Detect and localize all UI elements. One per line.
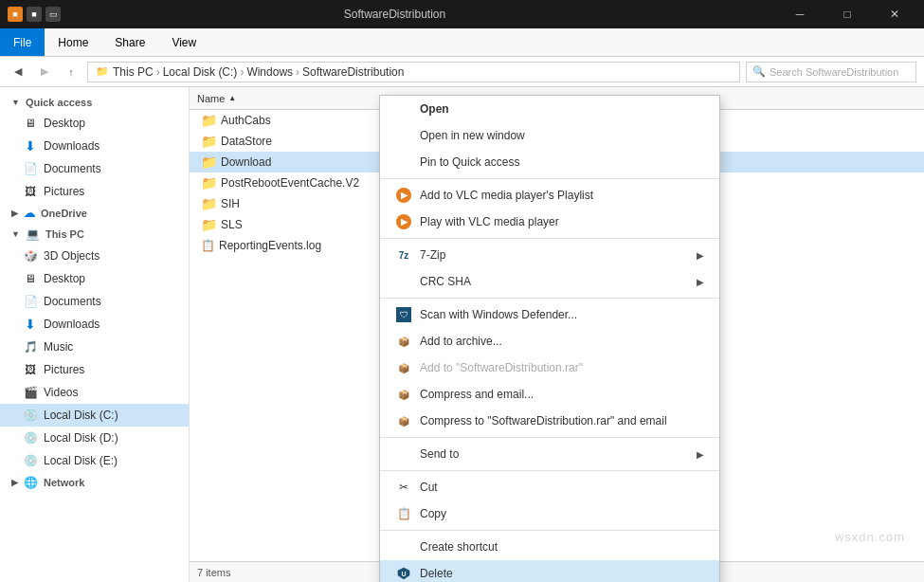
tab-view[interactable]: View xyxy=(158,28,209,56)
ctx-item-send-to[interactable]: Send to ▶ xyxy=(380,441,719,467)
sidebar-item-label: Videos xyxy=(44,386,78,399)
sidebar-this-pc[interactable]: ▼ 💻 This PC xyxy=(0,224,189,245)
ctx-item-create-shortcut[interactable]: Create shortcut xyxy=(380,534,719,560)
up-button[interactable]: ↑ xyxy=(61,62,82,82)
sidebar-item-label: Pictures xyxy=(44,363,84,376)
ctx-item-7zip[interactable]: 7z 7-Zip ▶ xyxy=(380,242,719,268)
ctx-item-pin-quick[interactable]: Pin to Quick access xyxy=(380,149,719,175)
open-icon xyxy=(395,100,412,118)
breadcrumb-this-pc[interactable]: This PC xyxy=(113,65,154,79)
address-bar: ◀ ▶ ↑ 📁 This PC › Local Disk (C:) › Wind… xyxy=(0,57,924,87)
ctx-item-open[interactable]: Open xyxy=(380,96,719,122)
drive-c-icon: 💿 xyxy=(23,408,38,423)
file-area: Name ▲ Date modified Type Size 📁 AuthCab… xyxy=(190,87,924,582)
ctx-label: CRC SHA xyxy=(420,275,471,288)
videos-icon: 🎬 xyxy=(23,385,38,400)
add-rar-icon: 📦 xyxy=(395,359,412,376)
cut-icon: ✂ xyxy=(395,479,412,496)
chevron-down-icon: ▼ xyxy=(11,229,20,239)
sidebar-item-label: Documents xyxy=(44,295,101,308)
ctx-label: Add to archive... xyxy=(420,335,502,348)
forward-button[interactable]: ▶ xyxy=(34,62,55,82)
downloads-icon: ⬇ xyxy=(23,138,38,154)
sidebar-item-label: Downloads xyxy=(44,318,100,331)
tab-file[interactable]: File xyxy=(0,28,45,56)
ctx-item-add-archive[interactable]: 📦 Add to archive... xyxy=(380,328,719,355)
breadcrumb-softdist[interactable]: SoftwareDistribution xyxy=(302,65,404,79)
sidebar-item-label: Pictures xyxy=(44,185,84,198)
sidebar-item-downloads2[interactable]: ⬇ Downloads xyxy=(0,313,189,336)
ctx-label: Compress to "SoftwareDistribution.rar" a… xyxy=(420,414,667,427)
sidebar-item-local-c[interactable]: 💿 Local Disk (C:) xyxy=(0,404,189,427)
ctx-label: Compress and email... xyxy=(420,388,534,401)
status-text: 7 items xyxy=(197,567,230,578)
3d-icon: 🎲 xyxy=(23,248,38,264)
watermark: wsxdn.com xyxy=(835,530,905,544)
ctx-label: Cut xyxy=(420,481,438,494)
ctx-item-compress-email[interactable]: 📦 Compress and email... xyxy=(380,381,719,408)
sidebar-item-music[interactable]: 🎵 Music xyxy=(0,336,189,358)
sidebar-item-videos[interactable]: 🎬 Videos xyxy=(0,381,189,404)
file-name: PostRebootEventCache.V2 xyxy=(221,176,359,190)
ctx-item-copy[interactable]: 📋 Copy xyxy=(380,500,719,527)
sidebar-item-pictures2[interactable]: 🖼 Pictures xyxy=(0,358,189,381)
file-name: Download xyxy=(221,155,271,169)
sidebar-item-label: Desktop xyxy=(44,272,85,285)
sidebar-item-label: OneDrive xyxy=(41,208,87,219)
send-to-icon xyxy=(395,446,412,463)
minimize-button[interactable]: ─ xyxy=(778,0,822,28)
breadcrumb-sep-3: › xyxy=(296,65,299,79)
ctx-item-vlc-playlist[interactable]: ▶ Add to VLC media player's Playlist xyxy=(380,182,719,209)
pictures-icon: 🖼 xyxy=(23,184,38,199)
sidebar-item-label: Local Disk (D:) xyxy=(44,431,118,445)
sidebar-item-documents2[interactable]: 📄 Documents xyxy=(0,290,189,313)
folder-icon: 📁 xyxy=(201,113,217,128)
maximize-button[interactable]: □ xyxy=(825,0,869,28)
sort-arrow: ▲ xyxy=(228,94,236,102)
ctx-item-open-new-window[interactable]: Open in new window xyxy=(380,122,719,149)
ctx-item-scan-defender[interactable]: 🛡 Scan with Windows Defender... xyxy=(380,301,719,328)
file-name: SLS xyxy=(221,218,243,231)
folder-icon: 📁 xyxy=(201,217,217,232)
search-box[interactable]: 🔍 Search SoftwareDistribution xyxy=(746,62,916,82)
delete-shield-icon: U xyxy=(395,565,412,582)
shortcut-icon xyxy=(395,538,412,555)
col-name-label: Name xyxy=(197,93,225,104)
documents-icon: 📄 xyxy=(23,161,38,176)
title-text: SoftwareDistribution xyxy=(11,8,778,21)
sidebar-item-desktop2[interactable]: 🖥 Desktop xyxy=(0,267,189,290)
sidebar-item-downloads[interactable]: ⬇ Downloads xyxy=(0,135,189,157)
ctx-item-compress-rar-email[interactable]: 📦 Compress to "SoftwareDistribution.rar"… xyxy=(380,408,719,434)
back-button[interactable]: ◀ xyxy=(8,62,28,82)
sidebar-item-pictures[interactable]: 🖼 Pictures xyxy=(0,180,189,203)
context-menu: Open Open in new window Pin to Quick acc… xyxy=(379,95,720,582)
breadcrumb-sep-2: › xyxy=(240,65,244,79)
ctx-separator-4 xyxy=(380,437,719,438)
defender-scan-icon: 🛡 xyxy=(395,306,412,323)
ctx-item-crc-sha[interactable]: CRC SHA ▶ xyxy=(380,268,719,295)
sidebar-item-desktop[interactable]: 🖥 Desktop xyxy=(0,112,189,135)
close-button[interactable]: ✕ xyxy=(873,0,916,28)
ctx-label: Play with VLC media player xyxy=(420,215,559,228)
ctx-item-vlc-play[interactable]: ▶ Play with VLC media player xyxy=(380,209,719,235)
ctx-item-delete[interactable]: U Delete xyxy=(380,560,719,582)
sidebar-item-local-e[interactable]: 💿 Local Disk (E:) xyxy=(0,449,189,472)
sidebar-network[interactable]: ▶ 🌐 Network xyxy=(0,472,189,493)
sidebar-item-3dobjects[interactable]: 🎲 3D Objects xyxy=(0,245,189,267)
sidebar-onedrive[interactable]: ▶ ☁ OneDrive xyxy=(0,203,189,224)
sidebar-item-label: Music xyxy=(44,340,73,354)
folder-icon: 📁 xyxy=(201,155,217,170)
tab-home[interactable]: Home xyxy=(45,28,101,56)
ctx-label: Open in new window xyxy=(420,129,525,142)
svg-text:U: U xyxy=(401,571,406,577)
sidebar-item-local-d[interactable]: 💿 Local Disk (D:) xyxy=(0,427,189,449)
breadcrumb-windows[interactable]: Windows xyxy=(246,65,293,79)
tab-share[interactable]: Share xyxy=(101,28,158,56)
ctx-item-cut[interactable]: ✂ Cut xyxy=(380,474,719,500)
sidebar: ▼ Quick access 🖥 Desktop ⬇ Downloads 📄 D… xyxy=(0,87,190,582)
sidebar-quick-access[interactable]: ▼ Quick access xyxy=(0,93,189,112)
address-path[interactable]: 📁 This PC › Local Disk (C:) › Windows › … xyxy=(87,62,740,82)
breadcrumb-local-c[interactable]: Local Disk (C:) xyxy=(163,65,238,79)
ctx-separator-6 xyxy=(380,530,719,531)
sidebar-item-documents[interactable]: 📄 Documents xyxy=(0,157,189,180)
